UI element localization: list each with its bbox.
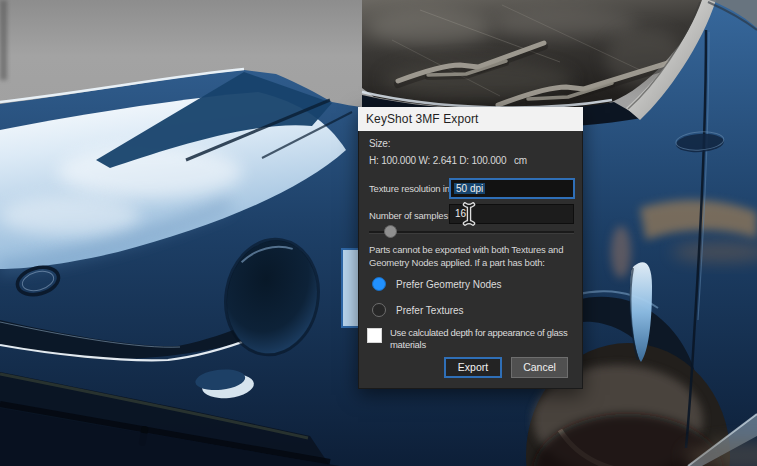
screenshot-stage: KeyShot 3MF Export Size: H: 100.000 W: 2…	[0, 0, 757, 466]
radio-prefer-textures[interactable]	[372, 303, 386, 317]
radio-prefer-textures-label: Prefer Textures	[396, 305, 464, 316]
radio-prefer-geometry-nodes[interactable]	[372, 277, 386, 291]
number-of-samples-label: Number of samples	[369, 210, 448, 221]
glass-depth-checkbox-label: Use calculated depth for appearance of g…	[390, 327, 586, 351]
samples-slider-track[interactable]	[369, 231, 574, 233]
text-ibeam-cursor-icon	[462, 202, 476, 226]
size-value: H: 100.000 W: 2.641 D: 100.000 cm	[369, 155, 527, 166]
texture-resolution-input[interactable]: 50 dpi	[449, 178, 575, 199]
keyshot-3mf-export-dialog: KeyShot 3MF Export Size: H: 100.000 W: 2…	[358, 107, 583, 389]
glass-depth-checkbox[interactable]	[367, 328, 382, 343]
cancel-button[interactable]: Cancel	[511, 357, 568, 378]
selected-text: 50 dpi	[454, 183, 485, 194]
dialog-titlebar[interactable]: KeyShot 3MF Export	[358, 107, 583, 131]
export-button[interactable]: Export	[444, 357, 502, 378]
dialog-body: Size: H: 100.000 W: 2.641 D: 100.000 cm …	[358, 131, 583, 389]
radio-prefer-geometry-nodes-label: Prefer Geometry Nodes	[396, 279, 502, 290]
export-note-text: Parts cannot be exported with both Textu…	[369, 244, 580, 269]
size-label: Size:	[369, 138, 390, 149]
samples-slider-handle[interactable]	[384, 225, 397, 238]
